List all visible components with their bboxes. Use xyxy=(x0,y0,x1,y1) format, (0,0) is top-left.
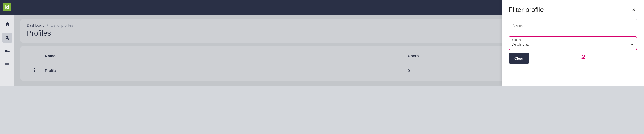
status-select[interactable]: Status Archived xyxy=(509,36,637,50)
filter-actions: Clear 2 xyxy=(509,53,637,64)
breadcrumb-separator: / xyxy=(47,23,48,28)
user-settings-icon xyxy=(5,35,10,40)
cell-name: Profile xyxy=(42,63,405,78)
column-name[interactable]: Name xyxy=(42,48,405,63)
status-label: Status xyxy=(512,38,634,42)
breadcrumb-current: List of profiles xyxy=(51,23,73,28)
filter-header: Filter profile xyxy=(509,6,637,14)
svg-point-1 xyxy=(34,68,35,69)
filter-title: Filter profile xyxy=(509,6,544,14)
key-icon xyxy=(5,49,10,54)
annotation-number: 2 xyxy=(529,53,637,61)
chevron-down-icon xyxy=(630,43,634,46)
home-icon xyxy=(5,22,10,27)
filter-panel: Filter profile Status Archived Clear 2 xyxy=(502,0,644,86)
close-button[interactable] xyxy=(630,6,637,14)
status-value: Archived xyxy=(512,42,529,47)
row-menu-button[interactable] xyxy=(27,63,42,78)
app-logo[interactable]: id xyxy=(3,3,11,11)
sidebar-item-keys[interactable] xyxy=(2,46,12,56)
breadcrumb-root[interactable]: Dashboard xyxy=(27,23,45,28)
clear-button[interactable]: Clear xyxy=(509,53,529,64)
svg-point-2 xyxy=(34,70,35,71)
svg-point-0 xyxy=(8,38,9,40)
logo-text: id xyxy=(5,5,9,10)
kebab-icon xyxy=(34,68,35,72)
svg-point-3 xyxy=(34,71,35,72)
sidebar-item-profiles[interactable] xyxy=(2,33,12,43)
sidebar-item-home[interactable] xyxy=(2,19,12,29)
checklist-icon xyxy=(5,62,10,67)
close-icon xyxy=(631,8,636,12)
column-actions xyxy=(27,48,42,63)
sidebar-item-tasks[interactable] xyxy=(2,60,12,70)
sidebar xyxy=(0,15,14,86)
name-input[interactable] xyxy=(509,19,637,32)
